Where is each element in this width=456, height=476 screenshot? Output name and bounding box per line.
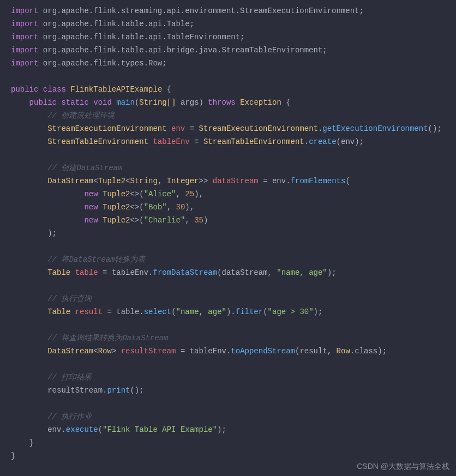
arg: env <box>341 137 355 146</box>
blank-line <box>11 240 456 253</box>
variable: tableEnv <box>153 137 189 146</box>
tuple-line: new Tuple2<>("Bob", 30), <box>11 201 456 214</box>
import-line: import org.apache.flink.streaming.api.en… <box>11 4 456 17</box>
comment-line: // 执行查询 <box>11 292 456 305</box>
blank-line <box>11 318 456 332</box>
variable: table <box>75 268 98 277</box>
method-call: getExecutionEnvironment <box>322 124 428 133</box>
statement: DataStream<Row> resultStream = tableEnv.… <box>11 345 456 358</box>
comment-line: // 打印结果 <box>11 371 456 384</box>
string-literal: "Flink Table API Example" <box>103 425 217 434</box>
method-call: filter <box>236 308 263 316</box>
type: DataStream <box>47 177 93 185</box>
string-literal: "age > 30" <box>268 308 314 316</box>
kw-import: import <box>11 33 38 41</box>
blank-line <box>11 279 456 292</box>
arg: dataStream <box>222 268 268 277</box>
ref: tableEnv <box>190 347 226 356</box>
close-brace: } <box>11 436 456 449</box>
comment: // 创建流处理环境 <box>47 111 115 120</box>
kw-new: new <box>84 190 98 198</box>
type: Tuple2 <box>103 216 130 225</box>
comment-line: // 创建DataStream <box>11 161 456 174</box>
statement: Table result = table.select("name, age")… <box>11 305 456 318</box>
import-line: import org.apache.flink.table.api.Table; <box>11 17 456 31</box>
ref: env <box>272 177 286 185</box>
throws-type: Exception <box>240 98 281 107</box>
number-literal: 25 <box>185 190 194 198</box>
import-line: import org.apache.flink.table.api.bridge… <box>11 44 456 57</box>
code-editor: import org.apache.flink.streaming.api.en… <box>11 4 456 462</box>
type: StreamTableEnvironment <box>47 137 148 146</box>
type: StreamExecutionEnvironment <box>199 124 318 133</box>
arg: result <box>299 347 327 356</box>
string-literal: "name, age" <box>176 308 226 316</box>
import-line: import org.apache.flink.table.api.TableE… <box>11 31 456 44</box>
number-literal: 30 <box>176 203 185 212</box>
method-decl: public static void main(String[] args) t… <box>11 96 456 109</box>
method-call: fromElements <box>291 177 346 185</box>
comment-line: // 创建流处理环境 <box>11 109 456 122</box>
comment: // 将DataStream转换为表 <box>47 255 145 264</box>
ref: tableEnv <box>112 268 148 277</box>
statement: env.execute("Flink Table API Example"); <box>11 423 456 436</box>
kw-import: import <box>11 59 38 68</box>
import-package: org.apache.flink.table.api.bridge.java.S… <box>43 46 322 55</box>
variable: env <box>171 124 185 133</box>
kw-static: static <box>61 98 88 107</box>
statement: StreamTableEnvironment tableEnv = Stream… <box>11 135 456 148</box>
method-call: fromDataStream <box>153 268 218 277</box>
statement: DataStream<Tuple2<String, Integer>> data… <box>11 174 456 188</box>
kw-new: new <box>84 203 98 212</box>
variable: dataStream <box>213 177 259 185</box>
type: Tuple2 <box>103 203 130 212</box>
method-call: print <box>107 386 130 395</box>
type: Row <box>98 347 112 356</box>
kw-import: import <box>11 7 38 15</box>
type: StreamExecutionEnvironment <box>47 124 166 133</box>
type: Table <box>47 308 70 316</box>
class-decl: public class FlinkTableAPIExample { <box>11 83 456 96</box>
variable: resultStream <box>121 347 176 356</box>
import-package: org.apache.flink.table.api.Table <box>43 20 190 28</box>
param-name: args <box>181 98 199 107</box>
class-ref: class <box>355 347 377 356</box>
type: Table <box>47 268 70 277</box>
method-call: select <box>144 308 171 316</box>
kw-public: public <box>29 98 57 107</box>
statement: resultStream.print(); <box>11 384 456 397</box>
blank-line <box>11 358 456 371</box>
string-literal: "Charlie" <box>144 216 185 225</box>
ref: table <box>116 308 139 316</box>
watermark-label: CSDN @大数据与算法全栈 <box>357 460 449 473</box>
method-call: execute <box>66 425 98 434</box>
ref: env <box>47 425 61 434</box>
comment-line: // 将DataStream转换为表 <box>11 253 456 266</box>
type: StreamTableEnvironment <box>203 137 304 146</box>
number-literal: 35 <box>194 216 203 225</box>
class-name: FlinkTableAPIExample <box>70 85 162 94</box>
statement: Table table = tableEnv.fromDataStream(da… <box>11 266 456 279</box>
tuple-line: new Tuple2<>("Charlie", 35) <box>11 214 456 227</box>
param-type: String[] <box>139 98 176 107</box>
ref: resultStream <box>47 386 103 395</box>
type: Tuple2 <box>98 177 125 185</box>
type: DataStream <box>47 347 93 356</box>
string-literal: "Bob" <box>144 203 167 212</box>
method-name: main <box>116 98 135 107</box>
import-package: org.apache.flink.types.Row <box>43 59 162 68</box>
kw-void: void <box>93 98 112 107</box>
comment: // 创建DataStream <box>47 164 122 172</box>
import-package: org.apache.flink.streaming.api.environme… <box>43 7 359 15</box>
string-literal: "name, age" <box>277 268 327 277</box>
kw-throws: throws <box>208 98 235 107</box>
comment: // 将查询结果转换为DataStream <box>47 334 168 342</box>
method-call: create <box>309 137 336 146</box>
tuple-line: new Tuple2<>("Alice", 25), <box>11 188 456 201</box>
comment: // 执行作业 <box>47 412 92 421</box>
kw-public: public <box>11 85 38 94</box>
comment-line: // 执行作业 <box>11 410 456 423</box>
comment: // 执行查询 <box>47 294 92 303</box>
import-package: org.apache.flink.table.api.TableEnvironm… <box>43 33 240 41</box>
comment-line: // 将查询结果转换为DataStream <box>11 332 456 345</box>
